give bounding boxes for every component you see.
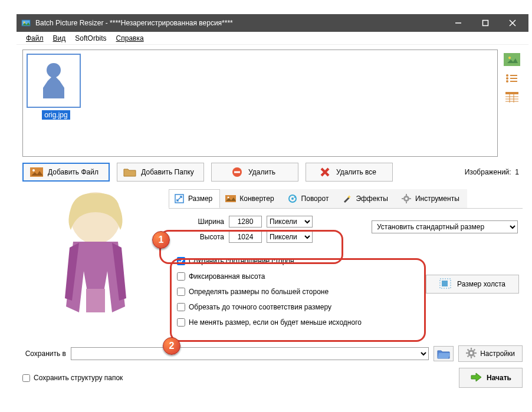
close-button[interactable] (499, 14, 526, 32)
standard-size-select[interactable]: Установить стандартный размер (372, 220, 518, 233)
svg-point-43 (470, 351, 473, 354)
add-folder-button[interactable]: Добавить Папку (117, 163, 204, 182)
height-unit-select[interactable]: Пиксели (267, 231, 313, 243)
keep-ratio-checkbox[interactable] (177, 257, 185, 265)
save-path-select[interactable] (71, 347, 429, 360)
effects-icon (341, 193, 352, 204)
menu-softorbits[interactable]: SoftOrbits (70, 33, 111, 44)
thumbnail-image (27, 54, 81, 108)
preview-image (22, 189, 169, 330)
crop-exact-checkbox[interactable] (177, 303, 185, 311)
view-details-icon[interactable] (504, 91, 520, 104)
svg-line-50 (474, 349, 475, 350)
tab-size-label: Размер (188, 195, 212, 203)
delete-label: Удалить (248, 168, 275, 176)
view-mode-sidebar (501, 50, 523, 157)
svg-rect-15 (505, 92, 518, 94)
height-label: Высота (195, 233, 224, 241)
save-to-label: Сохранить в (22, 350, 66, 358)
no-upscale-label: Не менять размер, если он будет меньше и… (189, 318, 362, 327)
width-unit-select[interactable]: Пиксели (267, 216, 313, 228)
arrow-right-icon (470, 373, 482, 384)
view-list-icon[interactable] (504, 72, 520, 85)
canvas-icon (439, 278, 451, 291)
add-folder-label: Добавить Папку (141, 168, 194, 176)
view-thumbnails-icon[interactable] (504, 53, 520, 66)
width-label: Ширина (195, 217, 224, 226)
tab-converter-label: Конвертер (239, 195, 274, 203)
svg-rect-24 (234, 172, 240, 173)
annotation-badge-1: 1 (152, 231, 170, 249)
fixed-height-label: Фиксированная высота (189, 272, 265, 281)
menu-file[interactable]: Файл (21, 33, 48, 44)
menu-view[interactable]: Вид (48, 33, 71, 44)
svg-point-22 (32, 169, 35, 172)
svg-point-13 (506, 80, 508, 83)
svg-rect-28 (86, 289, 105, 312)
delete-all-icon (318, 167, 331, 177)
picture-icon (30, 167, 43, 177)
canvas-size-button[interactable]: Размер холста (426, 275, 519, 294)
maximize-button[interactable] (472, 14, 499, 32)
settings-label: Настройки (480, 350, 515, 358)
resize-icon (174, 193, 185, 204)
rotate-icon (287, 193, 298, 204)
height-input[interactable] (229, 231, 262, 243)
svg-point-33 (291, 197, 294, 200)
tab-rotate-label: Поворот (301, 195, 329, 203)
svg-point-9 (506, 74, 508, 77)
canvas-size-label: Размер холста (457, 280, 505, 288)
gear-icon (401, 193, 412, 204)
delete-button[interactable]: Удалить (211, 163, 298, 182)
delete-all-label: Удалить все (336, 168, 376, 176)
keep-structure-checkbox[interactable] (22, 374, 30, 382)
tab-tools-label: Инструменты (415, 195, 459, 203)
start-label: Начать (487, 374, 511, 382)
fixed-height-checkbox[interactable] (177, 272, 185, 281)
resize-options: Размер холста Сохранить соотношение стор… (177, 253, 523, 330)
converter-icon (225, 193, 236, 204)
svg-point-8 (508, 57, 511, 59)
add-file-label: Добавить Файл (48, 168, 98, 176)
keep-structure-label: Сохранить структуру папок (34, 374, 123, 382)
annotation-badge-2: 2 (163, 337, 180, 355)
keep-ratio-label: Сохранить соотношение сторон (189, 257, 294, 265)
gear-icon (466, 348, 477, 360)
tab-bar: Размер Конвертер Поворот Эффекты Инструм… (169, 189, 523, 209)
svg-line-49 (474, 355, 475, 356)
svg-point-35 (405, 197, 408, 200)
file-name: orig.jpg (42, 110, 70, 120)
image-count: Изображений: 1 (465, 168, 519, 176)
tab-rotate[interactable]: Поворот (282, 189, 337, 208)
delete-all-button[interactable]: Удалить все (306, 163, 393, 182)
browse-button[interactable] (434, 346, 454, 361)
width-input[interactable] (229, 216, 262, 228)
app-icon (21, 18, 31, 28)
tab-effects-label: Эффекты (356, 195, 388, 203)
tab-converter[interactable]: Конвертер (220, 189, 281, 208)
svg-rect-3 (483, 21, 488, 26)
svg-rect-41 (442, 281, 448, 286)
window-title: Batch Picture Resizer - ****Незарегистри… (35, 19, 445, 27)
file-thumbnail[interactable]: orig.jpg (27, 54, 86, 120)
menu-help[interactable]: Справка (111, 33, 149, 44)
minimize-button[interactable] (445, 14, 472, 32)
larger-side-checkbox[interactable] (177, 288, 185, 296)
main-toolbar: Добавить Файл Добавить Папку Удалить Уда… (22, 163, 523, 182)
add-file-button[interactable]: Добавить Файл (22, 163, 110, 182)
tab-effects[interactable]: Эффекты (336, 189, 396, 208)
folder-icon (123, 167, 136, 177)
larger-side-label: Определять размеры по большей стороне (189, 288, 329, 296)
crop-exact-label: Обрезать до точного соответствия размеру (189, 303, 331, 311)
settings-button[interactable]: Настройки (458, 345, 523, 362)
delete-icon (231, 167, 244, 177)
file-list-area[interactable]: orig.jpg (22, 50, 498, 157)
svg-line-48 (468, 349, 469, 350)
no-upscale-checkbox[interactable] (177, 318, 185, 327)
menubar: Файл Вид SoftOrbits Справка (17, 32, 528, 45)
tab-tools[interactable]: Инструменты (396, 189, 467, 208)
tab-size[interactable]: Размер (169, 189, 220, 208)
start-button[interactable]: Начать (459, 368, 523, 388)
svg-line-51 (468, 355, 469, 356)
titlebar: Batch Picture Resizer - ****Незарегистри… (17, 14, 528, 32)
